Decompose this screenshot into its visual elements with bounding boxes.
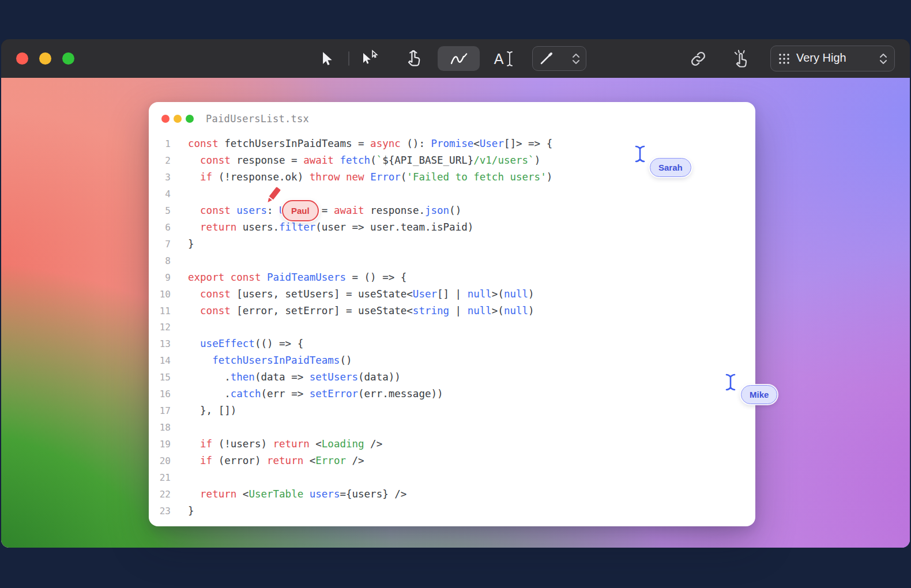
toolbar: A (1, 39, 910, 78)
toolbar-divider (348, 51, 349, 66)
line-number: 13 (149, 336, 171, 353)
code-text: useEffect(() => { (188, 338, 303, 349)
minimize-button[interactable] (39, 52, 51, 65)
code-text: } (188, 505, 194, 517)
code-line[interactable]: 20 if (error) return <Error /> (149, 453, 755, 469)
line-number: 2 (149, 153, 171, 169)
code-line[interactable]: 8 (149, 252, 755, 269)
scribble-pen-icon (449, 51, 469, 67)
collaborator-label-paul: Paul (282, 200, 319, 221)
close-button[interactable] (161, 115, 170, 123)
line-number: 10 (149, 287, 171, 303)
code-text: const users: User[] = await response.jso… (188, 205, 461, 216)
code-text: const response = await fetch(`${API_BASE… (188, 154, 540, 166)
code-line[interactable]: 22 return <UserTable users={users} /> (149, 486, 755, 503)
line-number: 9 (149, 270, 171, 287)
chevron-up-down-icon (572, 52, 580, 66)
code-line[interactable]: 11 const [error, setError] = useState<st… (149, 303, 755, 319)
code-text: return users.filter(user => user.team.is… (188, 221, 473, 233)
text-tool-a-glyph: A (494, 52, 504, 66)
window-controls (16, 52, 74, 65)
code-line[interactable]: 10 const [users, setUsers] = useState<Us… (149, 286, 755, 303)
hand-tool-button[interactable] (405, 48, 424, 69)
code-text: if (!response.ok) throw new Error('Faile… (188, 171, 552, 183)
mike-text-cursor-icon (724, 372, 737, 392)
line-number: 12 (149, 319, 171, 336)
arrow-cursor-icon (319, 51, 334, 67)
file-name: PaidUsersList.tsx (206, 113, 309, 125)
code-line[interactable]: 18 (149, 419, 755, 436)
code-line[interactable]: 5 const users: User[] = await response.j… (149, 202, 755, 219)
code-line[interactable]: 17 }, []) (149, 402, 755, 419)
code-line[interactable]: 6 return users.filter(user => user.team.… (149, 219, 755, 236)
code-line[interactable]: 4 (149, 186, 755, 202)
code-text: } (188, 238, 194, 250)
line-number: 5 (149, 203, 171, 220)
wave-hands-button[interactable] (731, 48, 753, 69)
line-number: 4 (149, 186, 171, 203)
code-line[interactable]: 13 useEffect(() => { (149, 336, 755, 352)
code-line[interactable]: 23} (149, 503, 755, 519)
text-tool-button[interactable]: A (491, 48, 517, 69)
line-number: 15 (149, 370, 171, 386)
code-text: .then(data => setUsers(data)) (188, 371, 401, 383)
collaborator-name: Paul (291, 206, 310, 216)
code-text: .catch(err => setError(err.message)) (188, 388, 443, 399)
pen-stroke-icon (539, 51, 554, 66)
draw-tool-button[interactable] (438, 46, 480, 71)
line-number: 1 (149, 136, 171, 153)
code-line[interactable]: 19 if (!users) return <Loading /> (149, 436, 755, 453)
code-window-controls (161, 115, 194, 123)
zoom-button[interactable] (186, 115, 194, 123)
tap-hand-icon (406, 49, 423, 69)
pixel-grid-icon (778, 52, 790, 65)
zoom-quality-dropdown[interactable]: Very High (770, 46, 895, 71)
code-text: }, []) (188, 405, 236, 416)
chevron-up-down-icon (879, 52, 887, 66)
code-line[interactable]: 16 .catch(err => setError(err.message)) (149, 386, 755, 402)
multi-pointer-tool-button[interactable] (359, 48, 381, 69)
zoom-quality-label: Very High (796, 51, 879, 65)
code-text: const fetchUsersInPaidTeams = async (): … (188, 138, 552, 149)
close-button[interactable] (16, 52, 28, 65)
zoom-button[interactable] (62, 52, 74, 65)
code-text: fetchUsersInPaidTeams() (188, 355, 352, 366)
line-number: 6 (149, 220, 171, 236)
code-line[interactable]: 14 fetchUsersInPaidTeams() (149, 352, 755, 369)
line-number: 7 (149, 236, 171, 253)
minimize-button[interactable] (174, 115, 182, 123)
collaborator-label-mike: Mike (741, 385, 777, 404)
screen: A (0, 0, 911, 588)
text-ibeam-icon (506, 51, 514, 67)
line-number: 14 (149, 353, 171, 370)
line-number: 11 (149, 303, 171, 320)
code-area[interactable]: 1const fetchUsersInPaidTeams = async ():… (149, 135, 755, 526)
waving-hand-icon (732, 49, 752, 69)
pointer-tool-button[interactable] (317, 50, 336, 68)
code-line[interactable]: 9export const PaidTeamUsers = () => { (149, 269, 755, 286)
code-line[interactable]: 21 (149, 469, 755, 486)
chain-link-icon (690, 51, 706, 67)
stroke-style-picker[interactable] (532, 46, 586, 71)
code-line[interactable]: 7} (149, 236, 755, 252)
code-window-titlebar: PaidUsersList.tsx (149, 102, 755, 135)
line-number: 20 (149, 453, 171, 470)
collaborator-name: Mike (750, 390, 769, 399)
link-button[interactable] (689, 50, 707, 68)
line-number: 19 (149, 436, 171, 453)
collaborator-label-sarah: Sarah (650, 158, 691, 177)
code-text: export const PaidTeamUsers = () => { (188, 272, 406, 283)
line-number: 23 (149, 503, 171, 520)
code-text: if (error) return <Error /> (188, 455, 364, 466)
code-text: return <UserTable users={users} /> (188, 488, 406, 500)
code-text: const [error, setError] = useState<strin… (188, 305, 534, 316)
code-text: const [users, setUsers] = useState<User[… (188, 288, 534, 300)
sarah-text-cursor-icon (633, 144, 647, 164)
code-line[interactable]: 12 (149, 319, 755, 336)
code-line[interactable]: 15 .then(data => setUsers(data)) (149, 369, 755, 386)
code-text: if (!users) return <Loading /> (188, 438, 382, 450)
line-number: 17 (149, 403, 171, 420)
line-number: 16 (149, 386, 171, 403)
line-number: 22 (149, 487, 171, 503)
code-line[interactable]: 1const fetchUsersInPaidTeams = async ():… (149, 135, 755, 152)
